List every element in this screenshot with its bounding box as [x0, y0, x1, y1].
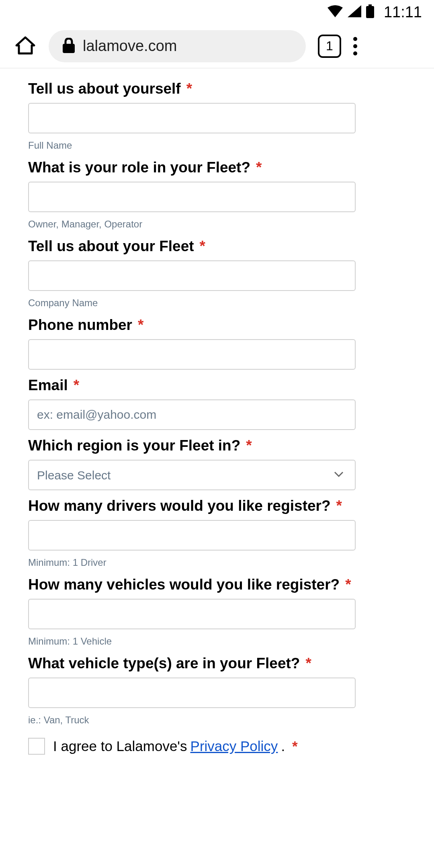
- region-select[interactable]: Please Select: [28, 460, 356, 490]
- full-name-input[interactable]: [28, 103, 356, 133]
- browser-bar: lalamove.com 1: [0, 24, 434, 68]
- field-label: Tell us about yourself *: [28, 80, 406, 97]
- status-time: 11:11: [384, 4, 422, 21]
- required-icon: *: [74, 377, 79, 394]
- status-bar: 11:11: [0, 0, 434, 24]
- signal-icon: [348, 5, 361, 19]
- required-icon: *: [336, 497, 342, 514]
- required-icon: *: [305, 655, 311, 672]
- svg-rect-2: [63, 44, 75, 53]
- consent-label: I agree to Lalamove's Privacy Policy. *: [53, 738, 298, 754]
- field-about-fleet: Tell us about your Fleet * Company Name: [28, 238, 406, 309]
- field-label: Phone number *: [28, 317, 406, 334]
- field-label: What vehicle type(s) are in your Fleet? …: [28, 655, 406, 672]
- required-icon: *: [186, 80, 192, 97]
- field-sublabel: Minimum: 1 Driver: [28, 557, 406, 568]
- required-icon: *: [345, 576, 351, 593]
- field-label: How many drivers would you like register…: [28, 497, 406, 514]
- field-about-yourself: Tell us about yourself * Full Name: [28, 80, 406, 151]
- svg-rect-0: [368, 4, 372, 6]
- required-icon: *: [246, 437, 252, 454]
- field-sublabel: Full Name: [28, 140, 406, 151]
- field-label: Tell us about your Fleet *: [28, 238, 406, 255]
- tab-count: 1: [326, 39, 333, 53]
- consent-row: I agree to Lalamove's Privacy Policy. *: [28, 738, 406, 755]
- field-vehicles: How many vehicles would you like registe…: [28, 576, 406, 647]
- drivers-input[interactable]: [28, 520, 356, 551]
- privacy-policy-link[interactable]: Privacy Policy: [190, 738, 278, 754]
- field-sublabel: Minimum: 1 Vehicle: [28, 636, 406, 647]
- field-sublabel: Owner, Manager, Operator: [28, 219, 406, 230]
- menu-icon[interactable]: [353, 37, 357, 55]
- field-label: What is your role in your Fleet? *: [28, 159, 406, 176]
- home-icon[interactable]: [14, 34, 37, 58]
- required-icon: *: [292, 738, 298, 754]
- battery-icon: [366, 4, 374, 20]
- role-input[interactable]: [28, 182, 356, 212]
- tabs-button[interactable]: 1: [318, 35, 341, 58]
- field-region: Which region is your Fleet in? * Please …: [28, 437, 406, 490]
- field-sublabel: ie.: Van, Truck: [28, 714, 406, 726]
- form-content: Tell us about yourself * Full Name What …: [0, 68, 434, 755]
- field-drivers: How many drivers would you like register…: [28, 497, 406, 568]
- required-icon: *: [200, 238, 205, 255]
- lock-icon: [63, 38, 75, 55]
- field-label: Which region is your Fleet in? *: [28, 437, 406, 454]
- address-bar[interactable]: lalamove.com: [49, 30, 306, 62]
- required-icon: *: [256, 159, 262, 176]
- phone-input[interactable]: [28, 339, 356, 370]
- vehicle-types-input[interactable]: [28, 678, 356, 708]
- field-email: Email *: [28, 377, 406, 430]
- field-phone: Phone number *: [28, 317, 406, 370]
- company-name-input[interactable]: [28, 260, 356, 291]
- required-icon: *: [138, 317, 143, 334]
- field-role: What is your role in your Fleet? * Owner…: [28, 159, 406, 230]
- field-vehicle-types: What vehicle type(s) are in your Fleet? …: [28, 655, 406, 726]
- consent-checkbox[interactable]: [28, 738, 45, 755]
- svg-rect-1: [366, 6, 374, 18]
- field-sublabel: Company Name: [28, 297, 406, 309]
- email-input[interactable]: [28, 399, 356, 430]
- vehicles-input[interactable]: [28, 599, 356, 629]
- url-text: lalamove.com: [83, 37, 177, 55]
- field-label: Email *: [28, 377, 406, 394]
- field-label: How many vehicles would you like registe…: [28, 576, 406, 593]
- wifi-icon: [328, 5, 343, 19]
